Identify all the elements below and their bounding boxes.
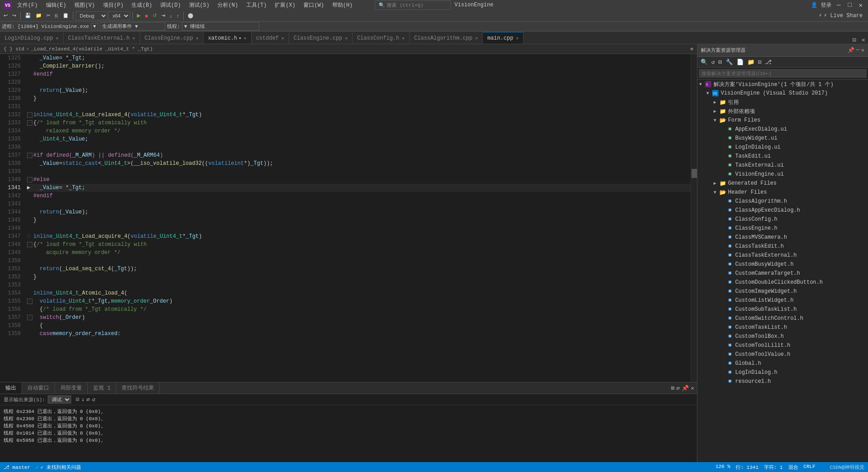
fold-1357[interactable]: − — [27, 315, 32, 320]
cut-btn[interactable]: ✂ — [45, 12, 52, 19]
fold-1333[interactable]: − — [27, 120, 32, 126]
solution-panel-pin-btn[interactable]: 📌 — [848, 47, 854, 54]
tree-classtaskext-h[interactable]: ■ ClassTaskExternal.h — [697, 251, 868, 260]
code-area[interactable]: 1325 1326 1327 1328 1329 1330 1331 1332 … — [0, 54, 697, 382]
tab-6-close[interactable]: ✕ — [402, 36, 405, 41]
step-over-btn[interactable]: ⇥ — [159, 12, 167, 19]
split-editor-btn[interactable]: ⊡ — [850, 36, 859, 44]
tree-logindialog-ui[interactable]: ■ LogInDialog.ui — [697, 143, 868, 152]
solution-tree[interactable]: ▼ S 解决方案'VisionEngine'(1 个项目/共 1 个) ▼ VS… — [697, 80, 868, 462]
tree-classengine-h[interactable]: ■ ClassEngine.h — [697, 224, 868, 233]
output-tab-find[interactable]: 查找符号结果 — [116, 382, 160, 394]
output-clear-btn[interactable]: ⊠ — [671, 385, 675, 392]
tree-classmvscam-h[interactable]: ■ ClassMVSCamera.h — [697, 233, 868, 242]
tree-global-h[interactable]: ■ Global.h — [697, 359, 868, 368]
menu-test[interactable]: 测试(S) — [186, 1, 212, 9]
menu-project[interactable]: 项目(P) — [100, 1, 127, 9]
tree-header-files[interactable]: ▼ 📂 Header Files — [697, 188, 868, 197]
scroll-lock-btn[interactable]: ⇓ — [81, 396, 85, 403]
frame-dropdown[interactable]: 生成调用事件 ▼ — [100, 22, 165, 31]
sol-filter-btn[interactable]: ⊡ — [757, 59, 763, 66]
output-word-wrap-btn[interactable]: ⇄ — [676, 385, 680, 392]
tree-customtoolval-h[interactable]: ■ CustomToolValue.h — [697, 350, 868, 359]
tab-2-close[interactable]: ✕ — [196, 36, 199, 41]
tree-customtoollil-h[interactable]: ■ CustomToolLilit.h — [697, 341, 868, 350]
scroll-indicator[interactable] — [691, 54, 697, 382]
tab-5-close[interactable]: ✕ — [345, 36, 348, 41]
fold-1340[interactable]: − — [27, 177, 32, 182]
tree-resource1-h[interactable]: ■ resource1.h — [697, 377, 868, 386]
thread-search[interactable]: ▼ 继续续 — [182, 22, 259, 31]
sol-search-btn[interactable]: 🔍 — [699, 59, 709, 66]
close-btn[interactable]: ✕ — [857, 1, 864, 9]
menu-extensions[interactable]: 扩展(X) — [272, 1, 298, 9]
refresh-output-btn[interactable]: ↺ — [92, 396, 95, 403]
output-tab-output[interactable]: 输出 — [0, 382, 22, 394]
tree-customdoubleclk-h[interactable]: ■ CustomDoubleClickedButton.h — [697, 278, 868, 287]
sol-collapse-btn[interactable]: ⊟ — [717, 59, 723, 66]
login-icon[interactable]: 👤 登录 — [811, 1, 832, 9]
output-tab-watch[interactable]: 监视 1 — [88, 382, 116, 394]
tree-classappexec-h[interactable]: ■ ClassAppExecDialog.h — [697, 206, 868, 215]
status-branch[interactable]: ⎇ master — [4, 464, 30, 470]
close-all-tabs-btn[interactable]: ✕ — [859, 36, 868, 44]
paste-btn[interactable]: 📋 — [61, 12, 71, 19]
sol-refresh-btn[interactable]: ↺ — [710, 59, 716, 66]
output-tab-auto[interactable]: 自动窗口 — [22, 382, 55, 394]
restart-btn[interactable]: ↺ — [151, 12, 158, 19]
tree-form-files[interactable]: ▼ 📂 Form Files — [697, 116, 868, 125]
menu-file[interactable]: 文件(F) — [14, 1, 41, 9]
tree-appexecdialog[interactable]: ■ AppExecDialog.ui — [697, 125, 868, 134]
tree-customlistw-h[interactable]: ■ CustomListWidget.h — [697, 296, 868, 305]
tree-visionengine-ui[interactable]: ■ VisionEngine.ui — [697, 170, 868, 179]
tree-busywidget[interactable]: ■ BusyWidget.ui — [697, 134, 868, 143]
word-wrap-output-btn[interactable]: ⇄ — [86, 396, 90, 403]
redo-btn[interactable]: ↪ — [10, 12, 18, 19]
menu-debug[interactable]: 调试(D) — [158, 1, 184, 9]
tab-4[interactable]: cstddef ✕ — [252, 32, 289, 44]
sol-file-btn[interactable]: 📄 — [735, 59, 745, 66]
tree-taskedit-ui[interactable]: ■ TaskEdit.ui — [697, 152, 868, 161]
status-zoom[interactable]: 120 % — [715, 464, 730, 471]
fold-1332[interactable]: − — [27, 112, 32, 118]
status-no-issues[interactable]: ✓ ✓ 未找到相关问题 — [36, 464, 81, 471]
tree-solution[interactable]: ▼ S 解决方案'VisionEngine'(1 个项目/共 1 个) — [697, 80, 868, 89]
tab-8-close[interactable]: ✕ — [516, 36, 519, 41]
tree-generated[interactable]: ▶ 📁 Generated Files — [697, 179, 868, 188]
menu-help[interactable]: 帮助(H) — [330, 1, 356, 9]
fold-1348[interactable]: − — [27, 242, 32, 247]
output-tab-locals[interactable]: 局部变量 — [55, 382, 88, 394]
output-content[interactable]: 线程 0x2364 已退出，返回值为 0 (0x0)。 线程 0x2360 已退… — [0, 406, 697, 462]
output-close-btn[interactable]: ✕ — [691, 385, 694, 392]
tree-taskexternal-ui[interactable]: ■ TaskExternal.ui — [697, 161, 868, 170]
tab-1-close[interactable]: ✕ — [132, 36, 135, 41]
output-pin-btn[interactable]: 📌 — [682, 385, 689, 392]
step-out-btn[interactable]: ↑ — [175, 12, 181, 19]
tree-customtoolbox-h[interactable]: ■ CustomToolBox.h — [697, 332, 868, 341]
expand-btn[interactable]: ⊕ — [690, 46, 693, 52]
tab-3[interactable]: xatomic.h ● ✕ — [203, 32, 252, 44]
thread-dropdown[interactable]: ▼ — [91, 23, 99, 30]
tree-classconfig-h[interactable]: ■ ClassConfig.h — [697, 215, 868, 224]
tab-8[interactable]: main.cpp ✕ — [483, 32, 524, 44]
tree-customswitch-h[interactable]: ■ CustomSwitchControl.h — [697, 314, 868, 323]
tab-1[interactable]: ClassTaskExternal.h ✕ — [63, 32, 140, 44]
tab-0-close[interactable]: ✕ — [56, 36, 59, 41]
tab-5[interactable]: ClassEngine.cpp ✕ — [289, 32, 353, 44]
search-box[interactable]: 🔍 搜索 (Ctrl+Q) — [375, 0, 451, 10]
menu-tools[interactable]: 工具(T) — [244, 1, 270, 9]
live-share-btn[interactable]: ⚡ ⚡ Live Share — [815, 12, 866, 19]
tab-3-close[interactable]: ✕ — [244, 36, 247, 41]
tree-customsubtask-h[interactable]: ■ CustomSubTaskList.h — [697, 305, 868, 314]
tree-refs[interactable]: ▶ 📁 引用 — [697, 98, 868, 107]
tree-classalgorithm-h[interactable]: ■ ClassAlgorithm.h — [697, 197, 868, 206]
tab-7-close[interactable]: ✕ — [475, 36, 478, 41]
menu-window[interactable]: 窗口(W) — [301, 1, 327, 9]
solution-panel-close-btn[interactable]: ✕ — [861, 47, 864, 54]
breakpoint-btn[interactable]: ⬤ — [186, 12, 195, 19]
stop-btn[interactable]: ■ — [143, 12, 150, 19]
clear-output-btn[interactable]: ⊡ — [76, 396, 79, 403]
tree-customtasklist-h[interactable]: ■ CustomTaskList.h — [697, 323, 868, 332]
tab-6[interactable]: ClassConfig.h ✕ — [353, 32, 410, 44]
minimize-btn[interactable]: — — [835, 1, 842, 9]
